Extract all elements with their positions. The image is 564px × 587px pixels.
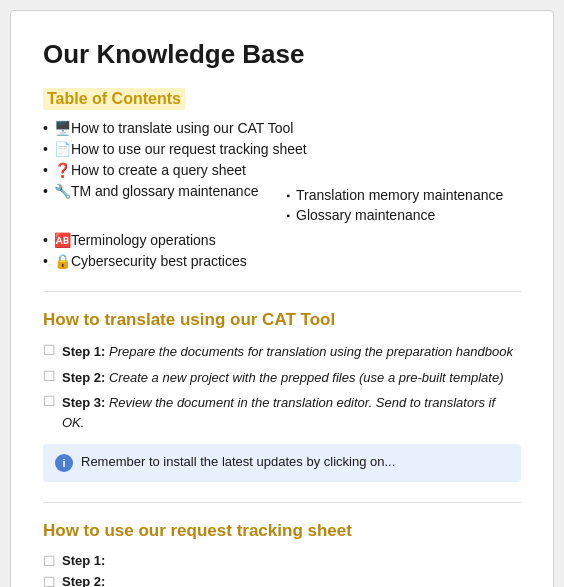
toc-bullet: • <box>43 162 48 178</box>
toc-subitem: ▪Glossary maintenance <box>286 207 503 223</box>
toc-item-text: Terminology operations <box>71 232 216 248</box>
toc-subitem-text: Glossary maintenance <box>296 207 435 223</box>
section-cat-tool: How to translate using our CAT Tool ☐Ste… <box>43 310 521 482</box>
toc-sublist: ▪Translation memory maintenance▪Glossary… <box>286 187 503 227</box>
toc-item-text: How to create a query sheet <box>71 162 246 178</box>
divider-1 <box>43 291 521 292</box>
step-text: Create a new project with the prepped fi… <box>109 370 504 385</box>
info-icon: i <box>55 454 73 472</box>
toc-section: Table of Contents • 🖥️ How to translate … <box>43 88 521 269</box>
checkbox-icon: ☐ <box>43 554 56 568</box>
toc-heading: Table of Contents <box>43 88 185 110</box>
checkbox-icon: ☐ <box>43 343 56 357</box>
step-item: ☐Step 1: Prepare the documents for trans… <box>43 342 521 362</box>
toc-icon: 📄 <box>54 141 71 157</box>
checkbox-icon: ☐ <box>43 394 56 408</box>
checkbox-icon: ☐ <box>43 575 56 587</box>
step-label: Step 1: <box>62 344 109 359</box>
toc-bullet: • <box>43 253 48 269</box>
toc-icon: 🆎 <box>54 232 71 248</box>
toc-item: • 🖥️ How to translate using our CAT Tool <box>43 120 521 136</box>
toc-bullet: • <box>43 120 48 136</box>
toc-item: • 🔒 Cybersecurity best practices <box>43 253 521 269</box>
step-label: Step 1: <box>62 553 105 568</box>
section-heading-cat-tool: How to translate using our CAT Tool <box>43 310 521 330</box>
step-text: Prepare the documents for translation us… <box>109 344 513 359</box>
toc-list: • 🖥️ How to translate using our CAT Tool… <box>43 120 521 269</box>
toc-item-text: How to use our request tracking sheet <box>71 141 307 157</box>
toc-icon: ❓ <box>54 162 71 178</box>
toc-item-text: How to translate using our CAT Tool <box>71 120 294 136</box>
toc-subitem: ▪Translation memory maintenance <box>286 187 503 203</box>
toc-bullet: • <box>43 141 48 157</box>
section-request-tracking: How to use our request tracking sheet ☐S… <box>43 521 521 587</box>
toc-icon: 🖥️ <box>54 120 71 136</box>
section-heading-request-tracking: How to use our request tracking sheet <box>43 521 521 541</box>
step-label: Step 3: <box>62 395 109 410</box>
info-text: Remember to install the latest updates b… <box>81 454 395 469</box>
page-container: Our Knowledge Base Table of Contents • 🖥… <box>10 10 554 587</box>
step-text: Review the document in the translation e… <box>62 395 495 430</box>
toc-item-text: Cybersecurity best practices <box>71 253 247 269</box>
page-title: Our Knowledge Base <box>43 39 521 70</box>
toc-icon: 🔒 <box>54 253 71 269</box>
toc-item: • 📄 How to use our request tracking shee… <box>43 141 521 157</box>
toc-bullet: • <box>43 232 48 248</box>
step-label: Step 2: <box>62 574 105 587</box>
step-item: ☐Step 3: Review the document in the tran… <box>43 393 521 432</box>
step-list-cat-tool: ☐Step 1: Prepare the documents for trans… <box>43 342 521 432</box>
toc-sub-bullet: ▪ <box>286 190 290 201</box>
toc-item: • 🆎 Terminology operations <box>43 232 521 248</box>
step-item: ☐Step 2: Create a new project with the p… <box>43 368 521 388</box>
toc-bullet: • <box>43 183 48 199</box>
toc-item: • ❓ How to create a query sheet <box>43 162 521 178</box>
toc-sub-bullet: ▪ <box>286 210 290 221</box>
step-item: ☐Step 2: <box>43 574 521 587</box>
toc-icon: 🔧 <box>54 183 71 199</box>
checkbox-icon: ☐ <box>43 369 56 383</box>
toc-subitem-text: Translation memory maintenance <box>296 187 503 203</box>
step-list-request-tracking: ☐Step 1:☐Step 2: <box>43 553 521 587</box>
info-box-cat-tool: i Remember to install the latest updates… <box>43 444 521 482</box>
step-item: ☐Step 1: <box>43 553 521 568</box>
divider-2 <box>43 502 521 503</box>
toc-item: • 🔧 TM and glossary maintenance▪Translat… <box>43 183 521 227</box>
step-label: Step 2: <box>62 370 109 385</box>
toc-item-text: TM and glossary maintenance <box>71 183 259 199</box>
